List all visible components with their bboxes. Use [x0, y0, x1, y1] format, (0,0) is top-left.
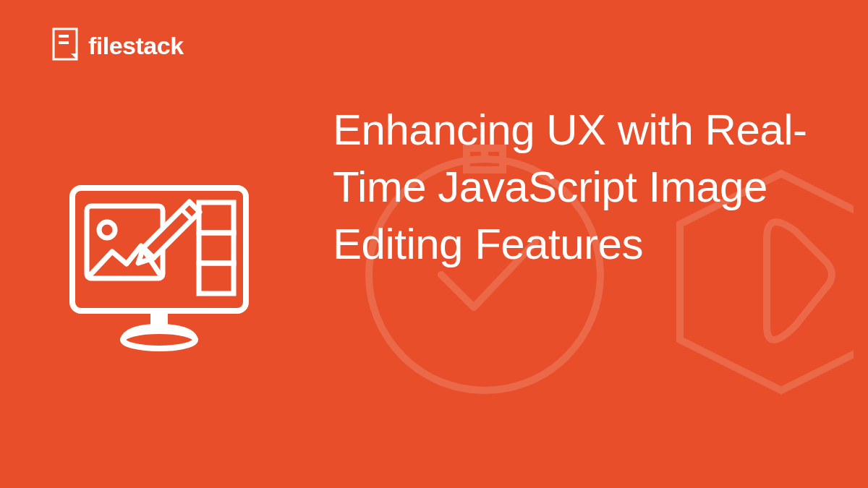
svg-rect-11: [143, 202, 200, 258]
svg-rect-2: [59, 41, 69, 44]
image-editor-illustration: [58, 166, 260, 372]
filestack-logo-icon: [51, 27, 80, 64]
svg-point-8: [123, 331, 195, 348]
svg-rect-1: [59, 35, 69, 38]
svg-point-10: [99, 222, 115, 238]
svg-rect-15: [199, 263, 234, 294]
svg-rect-13: [199, 202, 234, 233]
brand-logo: filestack: [51, 27, 184, 64]
brand-name: filestack: [88, 32, 184, 60]
page-title: Enhancing UX with Real-Time JavaScript I…: [333, 101, 868, 273]
svg-rect-14: [199, 233, 234, 263]
